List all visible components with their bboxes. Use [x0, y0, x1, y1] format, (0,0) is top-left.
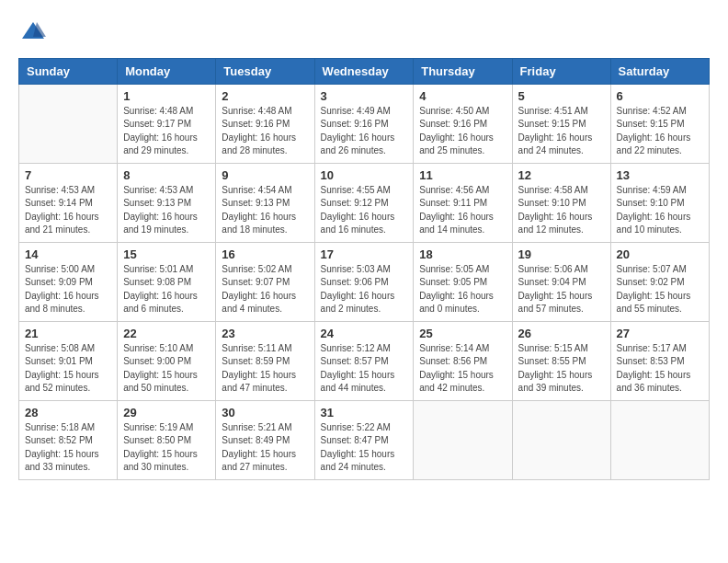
svg-marker-1 [33, 22, 46, 37]
day-info: Sunrise: 5:05 AM Sunset: 9:05 PM Dayligh… [419, 263, 506, 316]
day-number: 8 [123, 168, 210, 182]
calendar-cell: 2Sunrise: 4:48 AM Sunset: 9:16 PM Daylig… [216, 84, 314, 163]
calendar-cell: 25Sunrise: 5:14 AM Sunset: 8:56 PM Dayli… [414, 321, 512, 400]
day-info: Sunrise: 4:59 AM Sunset: 9:10 PM Dayligh… [617, 184, 703, 237]
day-number: 21 [25, 327, 111, 340]
day-info: Sunrise: 5:03 AM Sunset: 9:06 PM Dayligh… [321, 263, 408, 316]
logo-icon [20, 18, 46, 44]
calendar-week-row: 28Sunrise: 5:18 AM Sunset: 8:52 PM Dayli… [19, 400, 710, 479]
calendar-cell: 5Sunrise: 4:51 AM Sunset: 9:15 PM Daylig… [512, 84, 610, 163]
calendar-cell: 12Sunrise: 4:58 AM Sunset: 9:10 PM Dayli… [512, 163, 610, 242]
day-number: 15 [123, 247, 210, 261]
day-info: Sunrise: 5:19 AM Sunset: 8:50 PM Dayligh… [123, 421, 210, 475]
calendar-header-row: SundayMondayTuesdayWednesdayThursdayFrid… [19, 58, 710, 84]
calendar-cell: 29Sunrise: 5:19 AM Sunset: 8:50 PM Dayli… [118, 400, 216, 479]
logo [18, 18, 46, 49]
day-info: Sunrise: 5:06 AM Sunset: 9:04 PM Dayligh… [518, 263, 605, 316]
calendar-cell: 21Sunrise: 5:08 AM Sunset: 9:01 PM Dayli… [19, 321, 118, 400]
day-number: 22 [123, 327, 210, 340]
calendar-cell [414, 400, 512, 479]
day-number: 17 [321, 247, 408, 261]
day-info: Sunrise: 5:21 AM Sunset: 8:49 PM Dayligh… [222, 421, 308, 475]
day-number: 20 [617, 247, 703, 261]
day-info: Sunrise: 5:07 AM Sunset: 9:02 PM Dayligh… [617, 263, 703, 316]
calendar-cell: 26Sunrise: 5:15 AM Sunset: 8:55 PM Dayli… [512, 321, 610, 400]
day-info: Sunrise: 5:15 AM Sunset: 8:55 PM Dayligh… [518, 342, 605, 396]
day-info: Sunrise: 5:02 AM Sunset: 9:07 PM Dayligh… [222, 263, 308, 316]
day-info: Sunrise: 5:11 AM Sunset: 8:59 PM Dayligh… [222, 342, 308, 396]
calendar-cell: 23Sunrise: 5:11 AM Sunset: 8:59 PM Dayli… [216, 321, 314, 400]
calendar-cell: 17Sunrise: 5:03 AM Sunset: 9:06 PM Dayli… [314, 242, 414, 321]
calendar-day-header: Tuesday [216, 58, 314, 84]
day-number: 26 [518, 327, 605, 340]
calendar-cell: 27Sunrise: 5:17 AM Sunset: 8:53 PM Dayli… [610, 321, 709, 400]
calendar-day-header: Thursday [414, 58, 512, 84]
calendar-cell: 8Sunrise: 4:53 AM Sunset: 9:13 PM Daylig… [118, 163, 216, 242]
calendar-cell: 30Sunrise: 5:21 AM Sunset: 8:49 PM Dayli… [216, 400, 314, 479]
day-number: 23 [222, 327, 308, 340]
calendar-cell: 14Sunrise: 5:00 AM Sunset: 9:09 PM Dayli… [19, 242, 118, 321]
calendar-day-header: Monday [118, 58, 216, 84]
day-number: 27 [617, 327, 703, 340]
day-info: Sunrise: 5:17 AM Sunset: 8:53 PM Dayligh… [617, 342, 703, 396]
day-info: Sunrise: 5:10 AM Sunset: 9:00 PM Dayligh… [123, 342, 210, 396]
day-number: 5 [518, 89, 605, 103]
day-info: Sunrise: 4:48 AM Sunset: 9:16 PM Dayligh… [222, 105, 308, 158]
day-info: Sunrise: 5:12 AM Sunset: 8:57 PM Dayligh… [321, 342, 408, 396]
page-header [18, 18, 710, 49]
day-number: 14 [25, 247, 111, 261]
day-number: 13 [617, 168, 703, 182]
calendar-week-row: 14Sunrise: 5:00 AM Sunset: 9:09 PM Dayli… [19, 242, 710, 321]
day-info: Sunrise: 4:58 AM Sunset: 9:10 PM Dayligh… [518, 184, 605, 237]
calendar-day-header: Wednesday [314, 58, 414, 84]
calendar-week-row: 7Sunrise: 4:53 AM Sunset: 9:14 PM Daylig… [19, 163, 710, 242]
day-number: 2 [222, 89, 308, 103]
day-info: Sunrise: 4:56 AM Sunset: 9:11 PM Dayligh… [419, 184, 506, 237]
day-number: 10 [321, 168, 408, 182]
calendar-cell: 18Sunrise: 5:05 AM Sunset: 9:05 PM Dayli… [414, 242, 512, 321]
calendar-table: SundayMondayTuesdayWednesdayThursdayFrid… [18, 58, 710, 480]
day-number: 1 [123, 89, 210, 103]
day-number: 12 [518, 168, 605, 182]
day-info: Sunrise: 5:18 AM Sunset: 8:52 PM Dayligh… [25, 421, 111, 475]
calendar-cell: 28Sunrise: 5:18 AM Sunset: 8:52 PM Dayli… [19, 400, 118, 479]
day-number: 28 [25, 406, 111, 419]
day-info: Sunrise: 5:22 AM Sunset: 8:47 PM Dayligh… [321, 421, 408, 475]
calendar-cell: 15Sunrise: 5:01 AM Sunset: 9:08 PM Dayli… [118, 242, 216, 321]
day-number: 24 [321, 327, 408, 340]
day-number: 3 [321, 89, 408, 103]
calendar-cell [610, 400, 709, 479]
calendar-cell: 9Sunrise: 4:54 AM Sunset: 9:13 PM Daylig… [216, 163, 314, 242]
calendar-day-header: Saturday [610, 58, 709, 84]
day-info: Sunrise: 5:08 AM Sunset: 9:01 PM Dayligh… [25, 342, 111, 396]
day-info: Sunrise: 4:52 AM Sunset: 9:15 PM Dayligh… [617, 105, 703, 158]
calendar-cell: 10Sunrise: 4:55 AM Sunset: 9:12 PM Dayli… [314, 163, 414, 242]
day-number: 4 [419, 89, 506, 103]
calendar-week-row: 21Sunrise: 5:08 AM Sunset: 9:01 PM Dayli… [19, 321, 710, 400]
day-number: 19 [518, 247, 605, 261]
day-number: 31 [321, 406, 408, 419]
calendar-cell: 6Sunrise: 4:52 AM Sunset: 9:15 PM Daylig… [610, 84, 709, 163]
calendar-day-header: Friday [512, 58, 610, 84]
calendar-cell: 4Sunrise: 4:50 AM Sunset: 9:16 PM Daylig… [414, 84, 512, 163]
day-number: 7 [25, 168, 111, 182]
day-number: 16 [222, 247, 308, 261]
calendar-cell: 22Sunrise: 5:10 AM Sunset: 9:00 PM Dayli… [118, 321, 216, 400]
calendar-cell: 11Sunrise: 4:56 AM Sunset: 9:11 PM Dayli… [414, 163, 512, 242]
day-number: 29 [123, 406, 210, 419]
day-info: Sunrise: 4:49 AM Sunset: 9:16 PM Dayligh… [321, 105, 408, 158]
calendar-cell: 3Sunrise: 4:49 AM Sunset: 9:16 PM Daylig… [314, 84, 414, 163]
calendar-cell: 31Sunrise: 5:22 AM Sunset: 8:47 PM Dayli… [314, 400, 414, 479]
calendar-cell: 7Sunrise: 4:53 AM Sunset: 9:14 PM Daylig… [19, 163, 118, 242]
day-info: Sunrise: 5:01 AM Sunset: 9:08 PM Dayligh… [123, 263, 210, 316]
calendar-cell [512, 400, 610, 479]
calendar-cell [19, 84, 118, 163]
day-number: 30 [222, 406, 308, 419]
day-number: 25 [419, 327, 506, 340]
calendar-cell: 16Sunrise: 5:02 AM Sunset: 9:07 PM Dayli… [216, 242, 314, 321]
day-number: 9 [222, 168, 308, 182]
day-info: Sunrise: 4:55 AM Sunset: 9:12 PM Dayligh… [321, 184, 408, 237]
day-info: Sunrise: 5:14 AM Sunset: 8:56 PM Dayligh… [419, 342, 506, 396]
day-info: Sunrise: 5:00 AM Sunset: 9:09 PM Dayligh… [25, 263, 111, 316]
calendar-cell: 13Sunrise: 4:59 AM Sunset: 9:10 PM Dayli… [610, 163, 709, 242]
